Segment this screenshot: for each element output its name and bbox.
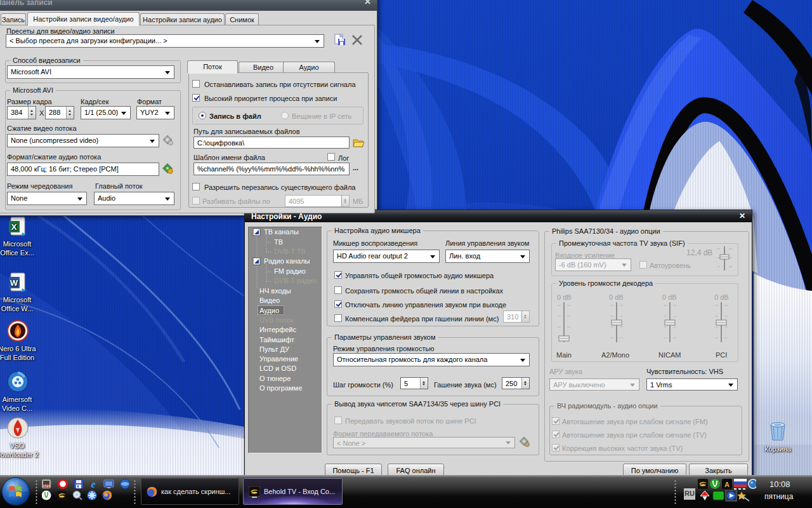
svg-text:W: W [10,278,18,288]
svg-text:A: A [724,481,730,488]
svg-text:e: e [91,479,95,490]
svg-text:X: X [11,222,17,232]
svg-text:321: 321 [43,484,50,488]
